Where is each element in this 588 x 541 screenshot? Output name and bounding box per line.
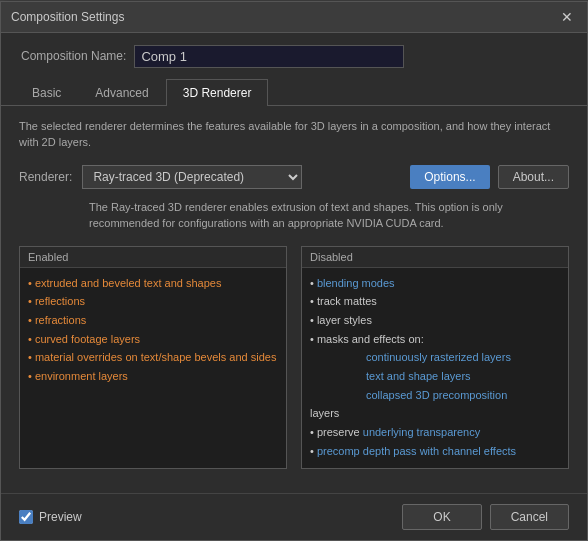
ok-button[interactable]: OK (402, 504, 481, 530)
tab-3d-renderer[interactable]: 3D Renderer (166, 79, 269, 106)
list-item: • precomp depth pass with channel effect… (310, 442, 560, 461)
about-button[interactable]: About... (498, 165, 569, 189)
list-item: • material overrides on text/shape bevel… (28, 348, 278, 367)
list-item: • track mattes (310, 292, 560, 311)
composition-settings-dialog: Composition Settings ✕ Composition Name:… (0, 1, 588, 541)
renderer-buttons: Options... About... (410, 165, 569, 189)
footer-buttons: OK Cancel (402, 504, 569, 530)
renderer-label: Renderer: (19, 170, 72, 184)
list-item: • reflections (28, 292, 278, 311)
renderer-row: Renderer: Ray-traced 3D (Deprecated) Cla… (19, 165, 569, 189)
tab-basic[interactable]: Basic (15, 79, 78, 106)
list-item: • environment layers (28, 367, 278, 386)
close-button[interactable]: ✕ (557, 8, 577, 26)
enabled-panel: Enabled • extruded and beveled text and … (19, 246, 287, 469)
comp-name-row: Composition Name: (1, 33, 587, 78)
preview-checkbox-group: Preview (19, 510, 82, 524)
list-item: continuously rasterized layers (366, 348, 560, 367)
preview-checkbox[interactable] (19, 510, 33, 524)
main-content: The selected renderer determines the fea… (1, 106, 587, 493)
disabled-panel: Disabled • blending modes • track mattes… (301, 246, 569, 469)
renderer-sub-desc: The Ray-traced 3D renderer enables extru… (89, 199, 569, 232)
list-item: • blending modes (310, 274, 560, 293)
footer: Preview OK Cancel (1, 493, 587, 540)
preview-label: Preview (39, 510, 82, 524)
comp-name-label: Composition Name: (21, 49, 126, 63)
list-item: • curved footage layers (28, 330, 278, 349)
list-item: • layer styles (310, 311, 560, 330)
tabs-bar: Basic Advanced 3D Renderer (1, 78, 587, 106)
title-bar: Composition Settings ✕ (1, 2, 587, 33)
list-item: • preserve underlying transparency (310, 423, 560, 442)
enabled-panel-header: Enabled (20, 247, 286, 268)
cancel-button[interactable]: Cancel (490, 504, 569, 530)
renderer-select[interactable]: Ray-traced 3D (Deprecated) Classic 3D Ci… (82, 165, 302, 189)
list-item: • extruded and beveled text and shapes (28, 274, 278, 293)
enabled-panel-content[interactable]: • extruded and beveled text and shapes •… (20, 268, 286, 468)
disabled-panel-content[interactable]: • blending modes • track mattes • layer … (302, 268, 568, 468)
tab-advanced[interactable]: Advanced (78, 79, 165, 106)
dialog-title: Composition Settings (11, 10, 124, 24)
renderer-description: The selected renderer determines the fea… (19, 118, 569, 151)
list-item: • masks and effects on: (310, 330, 560, 349)
options-button[interactable]: Options... (410, 165, 489, 189)
list-item: collapsed 3D precomposition (366, 386, 560, 405)
list-item: text and shape layers (366, 367, 560, 386)
list-item: layers (310, 404, 560, 423)
list-item: • refractions (28, 311, 278, 330)
comp-name-input[interactable] (134, 45, 404, 68)
panels-container: Enabled • extruded and beveled text and … (19, 246, 569, 469)
disabled-panel-header: Disabled (302, 247, 568, 268)
